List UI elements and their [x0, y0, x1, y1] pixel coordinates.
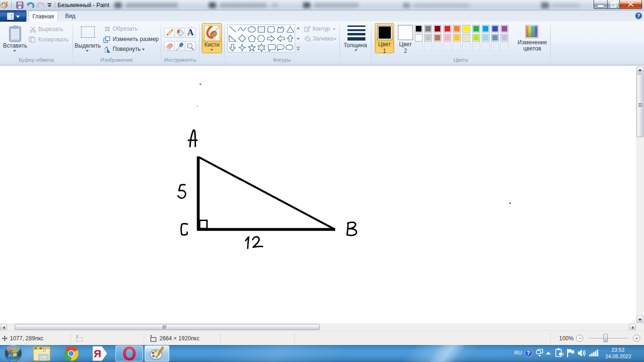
svg-text:?: ? — [527, 350, 530, 356]
svg-text:?: ? — [637, 13, 640, 18]
svg-text:Я: Я — [94, 348, 101, 360]
